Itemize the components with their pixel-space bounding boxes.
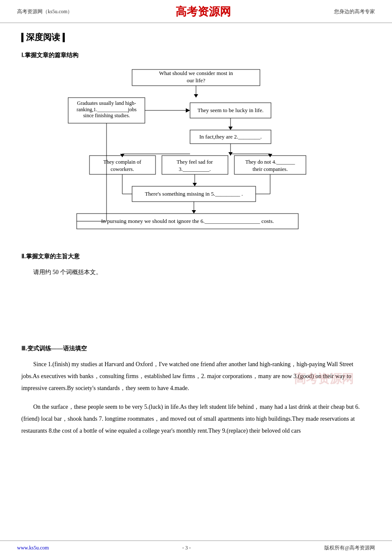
svg-text:They feel sad for: They feel sad for	[176, 159, 213, 165]
svg-text:3.__________.: 3.__________.	[179, 166, 211, 172]
para1-text: Since 1.(finish) my studies at Harvard a…	[21, 358, 371, 394]
svg-marker-36	[193, 183, 197, 186]
svg-marker-4	[194, 94, 198, 98]
header-left-text: 高考资源网（ks5u.com）	[17, 8, 72, 15]
svg-marker-10	[186, 108, 190, 113]
svg-text:ranking,1.____________jobs: ranking,1.____________jobs	[77, 107, 137, 113]
svg-marker-44	[192, 210, 196, 214]
footer-center: - 3 -	[182, 545, 191, 551]
svg-text:They do not 4._______: They do not 4._______	[245, 159, 295, 165]
svg-text:They complain of: They complain of	[104, 159, 142, 165]
subsection2-title: Ⅱ.掌握文章的主旨大意	[21, 253, 371, 260]
header-center-logo: 高考资源网	[176, 4, 231, 19]
svg-text:Graduates usually land high-: Graduates usually land high-	[77, 100, 136, 106]
svg-text:their companies.: their companies.	[253, 166, 288, 172]
footer-right: 版权所有@高考资源网	[324, 544, 375, 552]
subsection2: Ⅱ.掌握文章的主旨大意 请用约 50 个词概括本文。	[21, 253, 371, 336]
flowchart: What should we consider most in our life…	[30, 65, 362, 244]
svg-text:since finishing studies.: since finishing studies.	[83, 113, 130, 119]
svg-text:In fact,they are 2.________.: In fact,they are 2.________.	[199, 133, 262, 140]
svg-text:They seem to be lucky in life.: They seem to be lucky in life.	[198, 107, 264, 113]
title-bar-left	[21, 33, 23, 42]
subsection1-title: Ⅰ.掌握文章的篇章结构	[21, 52, 371, 59]
svg-text:What should we consider most i: What should we consider most in	[159, 70, 233, 76]
subsection2-instruction: 请用约 50 个词概括本文。	[21, 266, 371, 278]
para2-text: On the surface，these people seem to be v…	[21, 401, 371, 437]
svg-text:coworkers.: coworkers.	[110, 166, 134, 172]
header-right-text: 您身边的高考专家	[334, 8, 375, 15]
svg-text:In pursuing money we should no: In pursuing money we should not ignore t…	[101, 218, 274, 224]
title-bar-right	[63, 33, 65, 42]
svg-text:our life?: our life?	[187, 77, 205, 84]
footer-left: www.ks5u.com	[17, 545, 49, 551]
writing-area	[21, 285, 371, 336]
section-title-main: 深度阅读	[21, 32, 371, 43]
svg-marker-14	[228, 127, 233, 130]
subsection3-title: Ⅲ.变式训练——语法填空	[21, 345, 371, 353]
main-content: 深度阅读 Ⅰ.掌握文章的篇章结构 What should we consider…	[0, 23, 392, 452]
page-footer: www.ks5u.com - 3 - 版权所有@高考资源网	[0, 541, 392, 555]
svg-text:There's something missing in 5: There's something missing in 5._________…	[145, 191, 243, 197]
page-header: 高考资源网（ks5u.com） 高考资源网 您身边的高考专家	[0, 0, 392, 23]
subsection3: Ⅲ.变式训练——语法填空 Since 1.(finish) my studies…	[21, 345, 371, 437]
section-main-label: 深度阅读	[26, 32, 60, 43]
